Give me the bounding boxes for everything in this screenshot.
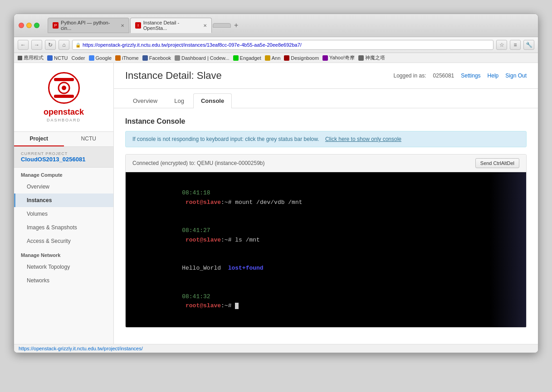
facebook-icon bbox=[142, 55, 148, 61]
bookmark-label-ithome: iThome bbox=[122, 55, 139, 61]
header-links: Logged in as: 0256081 Settings Help Sign… bbox=[393, 73, 527, 79]
logo-text: openstack bbox=[23, 107, 104, 117]
address-bar[interactable]: 🔒 https://openstack-grizzly.it.nctu.edu.… bbox=[72, 40, 493, 50]
tab-close-1[interactable]: ✕ bbox=[121, 23, 124, 28]
info-banner: If console is not responding to keyboard… bbox=[125, 131, 527, 147]
sidebar-tab-bar: Project NCTU bbox=[14, 132, 113, 147]
current-project: CURRENT PROJECT CloudOS2013_0256081 bbox=[14, 147, 113, 168]
console-dir-1: lost+found bbox=[228, 265, 264, 271]
console-user-1: root bbox=[182, 199, 200, 206]
tab-overview[interactable]: Overview bbox=[125, 93, 165, 108]
content-body: Instance Console If console is not respo… bbox=[114, 108, 538, 337]
tab-favicon-1: P bbox=[53, 22, 59, 29]
sidebar-item-network-topology[interactable]: Network Topology bbox=[14, 260, 113, 274]
tab-close-2[interactable]: ✕ bbox=[203, 23, 207, 28]
console-line-1: 08:41:18 root@slave:~# mount /dev/vdb /m… bbox=[132, 179, 519, 217]
google-icon bbox=[89, 55, 94, 61]
bookmark-mobage[interactable]: 神魔之塔 bbox=[358, 54, 385, 61]
bookmark-ann[interactable]: Ann bbox=[265, 55, 281, 61]
console-container: Connected (encrypted) to: QEMU (instance… bbox=[125, 154, 527, 328]
sign-out-link[interactable]: Sign Out bbox=[505, 73, 527, 79]
bookmark-label-apps: 應用程式 bbox=[24, 54, 44, 61]
new-tab-button[interactable]: + bbox=[232, 21, 240, 29]
browser-tab-1[interactable]: P Python API — python-cin... ✕ bbox=[48, 18, 129, 33]
back-button[interactable]: ← bbox=[18, 40, 29, 50]
sidebar-section-manage-network: Manage Network bbox=[14, 248, 113, 260]
sidebar-item-images-snapshots[interactable]: Images & Snapshots bbox=[14, 221, 113, 234]
bookmark-nctu[interactable]: NCTU bbox=[47, 55, 68, 61]
current-project-name[interactable]: CloudOS2013_0256081 bbox=[21, 156, 107, 163]
forward-button[interactable]: → bbox=[31, 40, 42, 50]
browser-window: P Python API — python-cin... ✕ I Instanc… bbox=[14, 14, 538, 353]
bookmark-dashboard[interactable]: Dashboard | Codew... bbox=[175, 55, 230, 61]
console-user-2: root bbox=[182, 237, 200, 243]
bookmark-apps[interactable]: 應用程式 bbox=[18, 54, 44, 61]
mobage-icon bbox=[358, 55, 364, 61]
extensions-button[interactable]: 🔧 bbox=[523, 40, 534, 50]
section-title: Instance Console bbox=[125, 117, 527, 126]
logo-svg bbox=[50, 74, 78, 102]
bookmark-label-dashboard: Dashboard | Codew... bbox=[181, 55, 230, 61]
bookmark-engadget[interactable]: Engadget bbox=[233, 55, 261, 61]
browser-tab-3[interactable] bbox=[213, 23, 231, 28]
minimize-button[interactable] bbox=[26, 23, 32, 28]
current-project-label: CURRENT PROJECT bbox=[21, 151, 107, 156]
browser-tab-2[interactable]: I Instance Detail - OpenSta... ✕ bbox=[130, 18, 212, 33]
designboom-icon bbox=[284, 55, 289, 61]
bookmark-label-engadget: Engadget bbox=[240, 55, 261, 61]
help-link[interactable]: Help bbox=[488, 73, 499, 79]
bookmark-coder[interactable]: Coder bbox=[72, 55, 85, 61]
bookmark-designboom[interactable]: Designboom bbox=[284, 55, 319, 61]
svg-point-3 bbox=[62, 86, 66, 90]
sidebar-item-volumes[interactable]: Volumes bbox=[14, 207, 113, 221]
sidebar-item-networks[interactable]: Networks bbox=[14, 274, 113, 287]
content-tabs: Overview Log Console bbox=[114, 89, 538, 108]
bookmark-label-mobage: 神魔之塔 bbox=[365, 54, 385, 61]
app-body: openstack DASHBOARD Project NCTU CURRENT… bbox=[14, 63, 538, 344]
console-line-2: 08:41:27 root@slave:~# ls /mnt bbox=[132, 217, 519, 254]
bookmark-yahoo[interactable]: Yahoo!奇摩 bbox=[322, 54, 355, 61]
bookmark-button[interactable]: ☆ bbox=[496, 40, 507, 50]
console-output-text-1: Hello_World bbox=[182, 265, 228, 271]
bookmark-google[interactable]: Google bbox=[89, 55, 112, 61]
sidebar-item-overview[interactable]: Overview bbox=[14, 180, 113, 194]
console-screen[interactable]: 08:41:18 root@slave:~# mount /dev/vdb /m… bbox=[126, 172, 526, 327]
send-ctrl-alt-del-button[interactable]: Send CtrlAltDel bbox=[475, 158, 519, 168]
tab-log[interactable]: Log bbox=[166, 93, 192, 108]
sidebar-tab-project[interactable]: Project bbox=[14, 132, 64, 146]
main-content: Instance Detail: Slave Logged in as: 025… bbox=[114, 63, 538, 344]
bookmark-label-coder: Coder bbox=[72, 55, 85, 61]
page-header: Instance Detail: Slave Logged in as: 025… bbox=[114, 63, 538, 89]
console-cursor bbox=[235, 303, 239, 309]
bookmarks-bar: 應用程式 NCTU Coder Google iThome Facebook D… bbox=[14, 53, 538, 63]
sidebar-item-instances[interactable]: Instances bbox=[14, 194, 113, 207]
fullscreen-button[interactable] bbox=[34, 23, 39, 28]
apps-icon bbox=[18, 56, 22, 60]
sidebar: openstack DASHBOARD Project NCTU CURRENT… bbox=[14, 63, 114, 344]
info-banner-link[interactable]: Click here to show only console bbox=[325, 136, 401, 142]
tab-label-2: Instance Detail - OpenSta... bbox=[143, 20, 199, 31]
sidebar-tab-nctu[interactable]: NCTU bbox=[64, 132, 114, 146]
yahoo-icon bbox=[322, 55, 328, 61]
title-bar: P Python API — python-cin... ✕ I Instanc… bbox=[14, 14, 538, 37]
sidebar-section-manage-compute: Manage Compute bbox=[14, 168, 113, 180]
tab-favicon-2: I bbox=[135, 22, 141, 29]
refresh-button[interactable]: ↻ bbox=[45, 40, 56, 50]
menu-button[interactable]: ≡ bbox=[510, 40, 521, 50]
close-button[interactable] bbox=[19, 23, 24, 28]
page-title: Instance Detail: Slave bbox=[125, 70, 222, 82]
sidebar-item-access-security[interactable]: Access & Security bbox=[14, 234, 113, 248]
tab-console[interactable]: Console bbox=[193, 93, 232, 108]
bookmark-ithome[interactable]: iThome bbox=[115, 55, 139, 61]
address-text: https://openstack-grizzly.it.nctu.edu.tw… bbox=[83, 42, 302, 48]
console-output-1: Hello_World lost+found bbox=[132, 254, 519, 282]
home-button[interactable]: ⌂ bbox=[59, 40, 69, 50]
console-user-3: root bbox=[182, 302, 200, 309]
bookmark-label-nctu: NCTU bbox=[54, 55, 68, 61]
bookmark-facebook[interactable]: Facebook bbox=[142, 55, 171, 61]
bookmark-label-designboom: Designboom bbox=[291, 55, 319, 61]
bookmark-label-google: Google bbox=[96, 55, 112, 61]
nav-bar: ← → ↻ ⌂ 🔒 https://openstack-grizzly.it.n… bbox=[14, 37, 538, 53]
logged-in-as-label: Logged in as: bbox=[393, 73, 426, 79]
settings-link[interactable]: Settings bbox=[461, 73, 480, 79]
